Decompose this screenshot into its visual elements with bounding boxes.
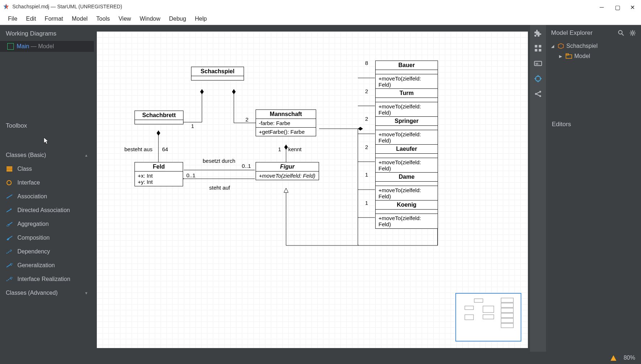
search-icon[interactable]	[618, 30, 624, 36]
class-figur[interactable]: Figur +moveTo(zielfeld: Feld)	[256, 162, 319, 180]
expand-arrow-icon: ◢	[551, 44, 555, 49]
tool-interface-realization[interactable]: Interface Realization	[0, 272, 94, 286]
svg-rect-28	[539, 49, 541, 51]
tree-item-root[interactable]: ◢ Schachspiel	[546, 41, 641, 51]
model-folder-icon	[566, 53, 572, 59]
class-schachspiel[interactable]: Schachspiel	[191, 67, 244, 80]
mult-1-figur: 1	[278, 146, 281, 152]
class-bauer[interactable]: Bauer +moveTo(zielfeld: Feld)	[375, 61, 438, 89]
menubar: File Edit Format Model Tools View Window…	[0, 13, 641, 25]
close-button[interactable]: ✕	[630, 4, 635, 9]
diagram-item-main[interactable]: Main — Model	[0, 41, 94, 52]
generalization-icon	[7, 263, 13, 268]
menu-help[interactable]: Help	[191, 14, 210, 24]
gear-icon[interactable]	[629, 30, 636, 36]
tool-dependency[interactable]: Dependency	[0, 245, 94, 258]
svg-rect-25	[535, 45, 537, 47]
class-dame[interactable]: Dame +moveTo(zielfeld: Feld)	[375, 172, 438, 201]
share-icon[interactable]	[534, 90, 542, 98]
svg-text:M↓: M↓	[535, 62, 540, 66]
class-feld[interactable]: Feld +x: Int+y: Int	[135, 162, 183, 186]
toolbox-selection-cursor[interactable]	[0, 133, 94, 148]
mult-2c: 2	[365, 144, 368, 150]
menu-tools[interactable]: Tools	[93, 14, 113, 24]
toolbox-header: Toolbox	[0, 117, 94, 133]
svg-line-40	[537, 94, 539, 96]
menu-format[interactable]: Format	[41, 14, 67, 24]
tool-directed-association[interactable]: Directed Association	[0, 203, 94, 217]
menu-file[interactable]: File	[4, 14, 21, 24]
warning-icon[interactable]	[611, 355, 616, 361]
svg-rect-26	[539, 45, 541, 47]
tool-aggregation[interactable]: Aggregation	[0, 217, 94, 231]
mult-01b: 0..1	[242, 163, 251, 169]
diagram-name: Main	[17, 43, 29, 50]
tree-item-model[interactable]: ▶ Model	[546, 51, 641, 61]
dependency-icon	[7, 249, 13, 254]
svg-line-9	[8, 236, 12, 239]
svg-marker-1	[4, 4, 7, 9]
svg-rect-2	[7, 166, 12, 168]
maximize-button[interactable]: ▢	[615, 4, 620, 9]
minimize-button[interactable]: ─	[600, 4, 605, 9]
mult-1: 1	[191, 123, 194, 129]
assoc-besetzt-durch: besetzt durch	[203, 158, 235, 164]
collapse-icon: ▲	[84, 153, 88, 157]
toolbox-section-classes-advanced[interactable]: Classes (Advanced) ▼	[0, 286, 94, 300]
mult-01a: 0..1	[186, 172, 195, 178]
left-panel: Working Diagrams Main — Model Toolbox Cl…	[0, 25, 94, 352]
minimap[interactable]	[455, 293, 521, 342]
svg-line-12	[7, 278, 11, 281]
svg-rect-4	[7, 170, 12, 171]
package-icon	[558, 43, 564, 49]
tool-generalization[interactable]: Generalization	[0, 258, 94, 272]
zoom-level[interactable]: 80%	[624, 355, 635, 361]
svg-rect-3	[7, 168, 12, 170]
tool-interface[interactable]: Interface	[0, 176, 94, 190]
class-schachbrett[interactable]: Schachbrett	[135, 111, 183, 124]
toolbox-section-classes-basic[interactable]: Classes (Basic) ▲	[0, 148, 94, 162]
model-explorer-header: Model Explorer	[551, 29, 592, 37]
menu-view[interactable]: View	[115, 14, 135, 24]
tool-class[interactable]: Class	[0, 162, 94, 176]
app-logo-icon	[3, 3, 9, 10]
class-mannschaft[interactable]: Mannschaft -farbe: Farbe +getFarbe(): Fa…	[256, 109, 316, 136]
svg-line-6	[7, 195, 12, 198]
target-icon[interactable]	[534, 74, 542, 83]
assoc-steht-auf: steht auf	[209, 185, 230, 191]
menu-window[interactable]: Window	[136, 14, 164, 24]
tool-association[interactable]: Association	[0, 190, 94, 203]
menu-debug[interactable]: Debug	[165, 14, 190, 24]
collapsed-arrow-icon: ▶	[559, 54, 563, 59]
diagram-canvas[interactable]: Schachspiel Schachbrett Feld +x: Int+y: …	[97, 32, 528, 348]
class-springer[interactable]: Springer +moveTo(zielfeld: Feld)	[375, 116, 438, 145]
aggregation-icon	[7, 222, 13, 227]
interface-realization-icon	[7, 277, 13, 282]
extension-icon[interactable]	[534, 29, 542, 37]
mult-8: 8	[365, 60, 368, 66]
tool-composition[interactable]: Composition	[0, 231, 94, 245]
svg-point-41	[619, 30, 622, 34]
class-laeufer[interactable]: Laeufer +moveTo(zielfeld: Feld)	[375, 144, 438, 173]
mult-2b: 2	[365, 116, 368, 122]
canvas-area: Schachspiel Schachbrett Feld +x: Int+y: …	[94, 25, 530, 352]
class-icon	[7, 166, 13, 171]
interface-icon	[7, 180, 13, 185]
diagram-model-suffix: — Model	[31, 43, 54, 50]
class-turm[interactable]: Turm +moveTo(zielfeld: Feld)	[375, 88, 438, 117]
menu-model[interactable]: Model	[68, 14, 91, 24]
class-koenig[interactable]: Koenig +moveTo(zielfeld: Feld)	[375, 200, 438, 229]
markdown-icon[interactable]: M↓	[534, 59, 542, 68]
svg-point-5	[7, 181, 11, 185]
diagram-icon	[7, 43, 14, 50]
grid-icon[interactable]	[534, 44, 542, 53]
titlebar: Schachspiel.mdj — StarUML (UNREGISTERED)…	[0, 0, 641, 13]
svg-point-43	[632, 32, 634, 34]
mult-2: 2	[245, 116, 248, 123]
svg-line-39	[537, 92, 539, 94]
right-panel: Model Explorer ◢ Schachspiel ▶ Model Edi…	[546, 25, 641, 352]
mult-2a: 2	[365, 88, 368, 94]
menu-edit[interactable]: Edit	[22, 14, 40, 24]
composition-icon	[7, 235, 13, 240]
svg-rect-45	[566, 54, 568, 55]
